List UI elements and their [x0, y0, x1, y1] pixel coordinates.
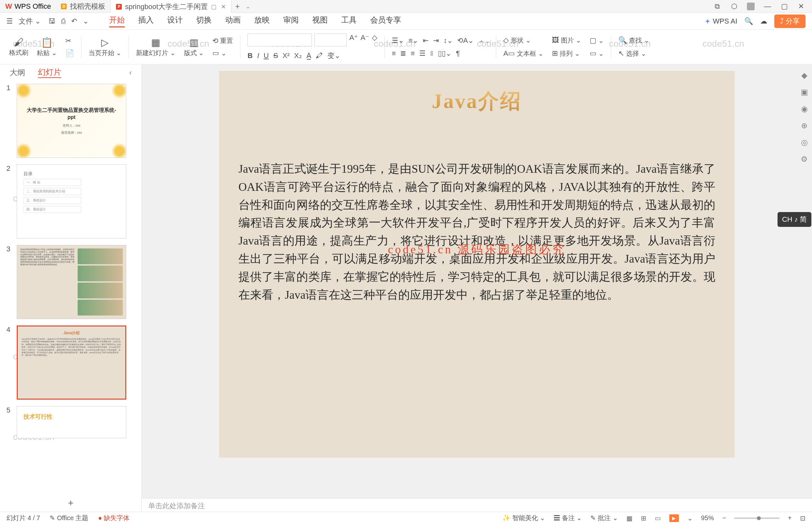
st-icon-4[interactable]: ⊕	[799, 121, 809, 131]
normal-view-icon[interactable]: ▦	[626, 514, 632, 522]
text-direction-icon[interactable]: ⟲A⌄	[457, 36, 474, 45]
new-slide-button[interactable]: ▦ 新建幻灯片 ⌄	[133, 37, 179, 58]
play-from-current-button[interactable]: ▷ 当页开始 ⌄	[85, 37, 125, 58]
copy-button[interactable]: 📄	[65, 49, 74, 58]
play-dropdown-icon[interactable]: ⌄	[687, 514, 693, 522]
sorter-view-icon[interactable]: ⊞	[641, 514, 646, 522]
menu-view[interactable]: 视图	[312, 15, 328, 28]
missing-fonts-indicator[interactable]: ● 缺失字体	[98, 514, 130, 522]
menu-animation[interactable]: 动画	[225, 15, 241, 28]
redo-icon[interactable]: ⌄	[83, 17, 88, 26]
shape-button[interactable]: ◇形状 ⌄	[503, 36, 544, 45]
tab-slides[interactable]: 幻灯片	[38, 67, 61, 78]
line-spacing-icon[interactable]: ↕⌄	[443, 36, 453, 45]
slideshow-button[interactable]: ▶	[669, 514, 679, 522]
paste-button[interactable]: 📋 粘贴 ⌄	[34, 37, 60, 58]
undo-icon[interactable]: ↶	[71, 17, 77, 26]
menu-review[interactable]: 审阅	[283, 15, 299, 28]
search-icon[interactable]: 🔍	[744, 17, 753, 26]
paragraph-icon[interactable]: ¶	[456, 49, 460, 58]
st-icon-1[interactable]: ◆	[799, 71, 809, 81]
font-shrink-icon[interactable]: A⁻	[361, 33, 369, 46]
file-menu[interactable]: 文件 ⌄	[19, 16, 40, 26]
thumbnail-5[interactable]: 技术可行性	[17, 406, 126, 438]
print-icon[interactable]: ⎙	[61, 17, 65, 26]
align-left-icon[interactable]: ≡	[392, 49, 396, 58]
reset-button[interactable]: ⟲重置	[212, 36, 233, 45]
zoom-out-icon[interactable]: −	[723, 514, 726, 522]
strikethrough-icon[interactable]: S	[273, 52, 278, 60]
clear-format-icon[interactable]: ◇	[372, 33, 377, 46]
maximize-button[interactable]: ▢	[780, 2, 789, 11]
numbering-icon[interactable]: ≡⌄	[409, 36, 418, 45]
st-settings-icon[interactable]: ⚙	[799, 155, 809, 165]
st-icon-5[interactable]: ◎	[799, 138, 809, 148]
menu-insert[interactable]: 插入	[138, 15, 154, 28]
menu-start[interactable]: 开始	[109, 15, 125, 28]
current-slide[interactable]: Java介绍 Java语言正式诞生于1995年，是由SUN公司开发研制的OAK语…	[219, 71, 735, 458]
add-slide-button[interactable]: +	[0, 494, 142, 512]
distribute-icon[interactable]: ⫴	[430, 49, 433, 58]
wps-ai-button[interactable]: WPS AI	[705, 17, 737, 26]
thumbnail-2[interactable]: 目录 一、绪 论 二、系统所用到的技术介绍 三、系统设计 四、系统设计	[17, 164, 126, 239]
textbox-button[interactable]: A▭文本框 ⌄	[503, 49, 544, 58]
notes-area[interactable]: 单击此处添加备注	[142, 498, 812, 512]
reading-view-icon[interactable]: ▭	[655, 514, 661, 522]
italic-icon[interactable]: I	[257, 52, 259, 60]
notes-toggle[interactable]: ☰ 备注 ⌄	[553, 514, 582, 522]
st-icon-2[interactable]: ▣	[799, 88, 809, 98]
underline-icon[interactable]: U	[264, 52, 269, 60]
zoom-level[interactable]: 95%	[701, 514, 714, 522]
tab-document[interactable]: P springboot大学生二手闲置 ▢ ✕	[111, 0, 231, 13]
tab-template[interactable]: D 找稻壳模板	[56, 0, 111, 13]
thumbnail-1[interactable]: 大学生二手闲置物品置换交易管理系统-ppt 答辩人：xxx 指导老师：xxx	[17, 84, 126, 158]
subscript-icon[interactable]: X₂	[294, 52, 302, 60]
highlight-icon[interactable]: 🖍	[316, 52, 323, 60]
layout-button[interactable]: ▥ 版式 ⌄	[181, 37, 208, 58]
theme-indicator[interactable]: ✎ Office 主题	[50, 514, 88, 522]
slide-title[interactable]: Java介绍	[238, 87, 715, 115]
ime-indicator[interactable]: CH ♪ 简	[778, 212, 811, 227]
font-size-select[interactable]	[314, 33, 347, 46]
outline-color-button[interactable]: ▭⌄	[590, 49, 604, 58]
format-brush-button[interactable]: 🖌 格式刷	[6, 37, 32, 57]
comments-toggle[interactable]: ✎ 批注 ⌄	[590, 514, 618, 522]
find-button[interactable]: 🔍查找 ⌄	[618, 36, 649, 45]
cloud-upload-icon[interactable]: ☁	[760, 17, 767, 26]
app-logo[interactable]: W WPS Office	[0, 2, 56, 11]
align-right-icon[interactable]: ≡	[411, 49, 415, 58]
menu-design[interactable]: 设计	[167, 15, 183, 28]
indent-increase-icon[interactable]: ⇥	[433, 36, 439, 45]
font-color-icon[interactable]: A̲	[306, 52, 311, 60]
share-button[interactable]: ⤴ 分享	[774, 15, 806, 28]
select-button[interactable]: ↖选择 ⌄	[618, 49, 649, 58]
align-top-icon[interactable]: ⫠⌄	[478, 36, 489, 45]
save-icon[interactable]: 🖫	[48, 17, 55, 26]
zoom-in-icon[interactable]: +	[788, 514, 792, 522]
align-justify-icon[interactable]: ☰	[419, 49, 426, 58]
slide-body[interactable]: Java语言正式诞生于1995年，是由SUN公司开发研制的OAK语言发展而来的。…	[238, 160, 715, 304]
menu-tools[interactable]: 工具	[341, 15, 357, 28]
section-button[interactable]: ▭ ⌄	[212, 49, 233, 58]
smart-beautify-button[interactable]: ✨ 智能美化 ⌄	[502, 514, 545, 522]
add-tab-button[interactable]: +	[231, 2, 244, 11]
st-icon-3[interactable]: ◉	[799, 104, 809, 115]
fill-color-button[interactable]: ▢⌄	[590, 36, 604, 45]
window-duplicate-icon[interactable]: ⧉	[713, 2, 722, 11]
columns-icon[interactable]: ▯▯⌄	[438, 49, 451, 58]
tab-outline[interactable]: 大纲	[10, 67, 25, 78]
close-icon[interactable]: ✕	[221, 3, 226, 10]
thumbnail-4[interactable]: Java介绍 Java语言正式诞生于1995年，是由SUN公司开发研制的OAK语…	[17, 326, 126, 399]
arrange-button[interactable]: ⊞排列 ⌄	[552, 49, 581, 58]
tab-dropdown-icon[interactable]: ⌄	[246, 3, 250, 10]
image-button[interactable]: 🖼图片 ⌄	[552, 36, 581, 45]
bold-icon[interactable]: B	[247, 52, 253, 60]
superscript-icon[interactable]: X²	[283, 52, 290, 60]
menu-member[interactable]: 会员专享	[370, 15, 401, 28]
transform-icon[interactable]: 变⌄	[327, 51, 340, 61]
zoom-slider[interactable]	[734, 518, 779, 519]
collapse-panel-icon[interactable]: ‹	[129, 68, 132, 77]
minimize-button[interactable]: —	[763, 2, 772, 11]
font-family-select[interactable]	[247, 33, 312, 46]
thumbnails-list[interactable]: 1 大学生二手闲置物品置换交易管理系统-ppt 答辩人：xxx 指导老师：xxx…	[0, 81, 142, 494]
